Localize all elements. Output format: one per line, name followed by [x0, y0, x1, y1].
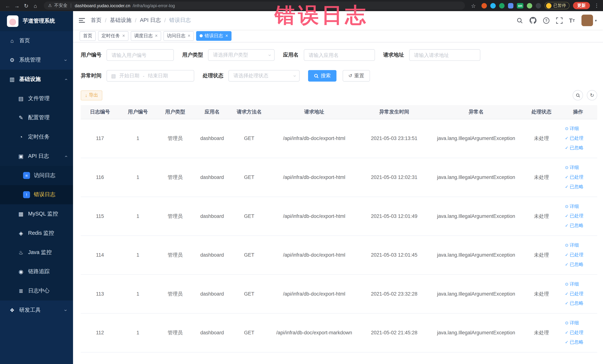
mark-processed-link[interactable]: ✓ 已处理: [565, 250, 583, 259]
date-range-picker[interactable]: ▧ 开始日期 - 结束日期: [107, 70, 194, 82]
table-row: 113 1 管理员 dashboard GET /api/infra/db-do…: [81, 274, 597, 313]
logo-image: [7, 15, 18, 27]
github-icon[interactable]: [529, 17, 536, 24]
cell-exception-time: 2021-05-03 12:01:45: [360, 235, 428, 274]
sidebar-item-api-logs[interactable]: ▣ API 日志 ›: [0, 147, 73, 166]
cell-actions: ⊙ 详细 ✓ 已处理 ✓: [559, 274, 597, 313]
back-icon[interactable]: ←: [3, 2, 12, 9]
sidebar-item-infrastructure[interactable]: ▥ 基础设施 ›: [0, 70, 73, 89]
tab-access-log[interactable]: 访问日志 ×: [163, 31, 194, 41]
detail-link-label: 详细: [570, 163, 579, 172]
sidebar-item-file-mgmt[interactable]: ▤ 文件管理: [0, 89, 73, 108]
browser-menu-icon[interactable]: ⋮: [593, 3, 600, 9]
sidebar-item-access-log[interactable]: ≡ 访问日志: [0, 166, 73, 185]
home-menu-icon: ⌂: [9, 38, 15, 44]
cell-exception-name: java.lang.IllegalArgumentException: [428, 313, 524, 352]
detail-link[interactable]: ⊙ 详细: [565, 241, 579, 250]
reset-button[interactable]: ↺ 重置: [343, 70, 370, 82]
detail-link[interactable]: ⊙ 详细: [565, 163, 579, 172]
mark-ignored-link[interactable]: ✓ 已忽略: [565, 182, 583, 191]
sidebar-item-system-mgmt[interactable]: ⚙ 系统管理 ›: [0, 50, 73, 70]
paused-badge[interactable]: 已暂停: [545, 2, 570, 9]
cell-exception-time: 2021-05-02 21:45:28: [360, 313, 428, 352]
user-id-input[interactable]: [107, 49, 174, 61]
extension-icon-blue-drop[interactable]: [490, 3, 496, 8]
refresh-table-button[interactable]: ↻: [587, 90, 597, 101]
font-size-icon[interactable]: TT: [569, 17, 575, 23]
sidebar-item-redis-monitor[interactable]: ◈ Redis 监控: [0, 224, 73, 243]
bookmark-star-icon[interactable]: ☆: [469, 2, 478, 9]
user-type-select[interactable]: 请选择用户类型 ›: [208, 49, 275, 61]
help-icon[interactable]: ?: [543, 17, 549, 23]
mark-processed-link[interactable]: ✓ 已处理: [565, 328, 583, 337]
detail-link[interactable]: ⊙ 详细: [565, 318, 579, 328]
request-url-input[interactable]: [409, 49, 480, 61]
sidebar-item-label: 错误日志: [34, 191, 55, 198]
sidebar-item-mysql-monitor[interactable]: ▦ MySQL 监控: [0, 204, 73, 224]
extension-icon-puzzle[interactable]: [508, 3, 513, 8]
extension-icon-on-badge[interactable]: on: [517, 3, 523, 8]
app-name-input[interactable]: [304, 49, 375, 61]
sidebar-item-home[interactable]: ⌂ 首页: [0, 31, 73, 50]
mark-processed-link[interactable]: ✓ 已处理: [565, 289, 583, 298]
close-icon[interactable]: ×: [122, 34, 125, 38]
cell-user-id: 1: [119, 235, 156, 274]
mark-ignored-link[interactable]: ✓ 已忽略: [565, 143, 583, 153]
extension-icon-dark[interactable]: [536, 3, 541, 8]
column-header: 请求方法名: [231, 105, 268, 119]
extension-icon-orange[interactable]: [481, 3, 487, 8]
mark-ignored-link[interactable]: ✓ 已忽略: [565, 299, 583, 308]
ignored-link-label: 已忽略: [570, 182, 583, 191]
java-icon: ♨: [18, 249, 24, 256]
tab-home[interactable]: 首页: [80, 31, 96, 41]
mark-ignored-link[interactable]: ✓ 已忽略: [565, 260, 583, 269]
process-status-select[interactable]: 请选择处理状态 ›: [228, 70, 300, 82]
detail-link[interactable]: ⊙ 详细: [565, 280, 579, 289]
cell-request-url: /api/infra/db-doc/export-html: [268, 119, 360, 158]
extension-icon-green-circle[interactable]: [499, 3, 505, 8]
sidebar-toggle-icon[interactable]: [73, 18, 91, 23]
home-icon[interactable]: ⌂: [31, 2, 40, 9]
breadcrumb-api-log[interactable]: API 日志: [140, 17, 161, 24]
fullscreen-icon[interactable]: [556, 17, 562, 23]
mark-ignored-link[interactable]: ✓ 已忽略: [565, 221, 583, 230]
export-button[interactable]: ↓ 导出: [81, 90, 102, 100]
sidebar-item-dev-tools[interactable]: ❖ 研发工具 ›: [0, 301, 73, 320]
url-bar[interactable]: ⚠ 不安全 dashboard.yudao.iocoder.cn/infra/l…: [44, 1, 465, 10]
detail-link[interactable]: ⊙ 详细: [565, 202, 579, 211]
search-button[interactable]: 搜索: [308, 70, 337, 82]
toggle-search-button[interactable]: [573, 90, 583, 101]
sidebar-item-cron-jobs[interactable]: ◔ 定时任务: [0, 127, 73, 147]
breadcrumb-infrastructure[interactable]: 基础设施: [110, 17, 131, 24]
sidebar-logo[interactable]: 芋道管理系统: [0, 11, 73, 31]
sidebar-item-tracing[interactable]: ◉ 链路追踪: [0, 262, 73, 281]
search-icon[interactable]: [516, 17, 523, 23]
mark-processed-link[interactable]: ✓ 已处理: [565, 211, 583, 221]
processed-link-label: 已处理: [570, 173, 583, 182]
tab-cron-jobs[interactable]: 定时任务 ×: [98, 31, 128, 41]
chevron-up-icon: ›: [63, 78, 68, 80]
reload-icon[interactable]: ↻: [22, 2, 31, 9]
sidebar-item-java-monitor[interactable]: ♨ Java 监控: [0, 243, 73, 262]
close-icon[interactable]: ×: [188, 34, 190, 38]
sidebar-item-log-center[interactable]: ≣ 日志中心: [0, 281, 73, 301]
cell-exception-time: 2021-05-03 23:13:51: [360, 119, 428, 158]
sidebar-item-config-mgmt[interactable]: ✎ 配置管理: [0, 108, 73, 127]
forward-icon[interactable]: →: [12, 2, 22, 9]
close-icon[interactable]: ×: [155, 34, 158, 38]
browser-update-button[interactable]: 更新: [573, 2, 590, 9]
close-icon[interactable]: ×: [225, 34, 228, 38]
breadcrumb-home[interactable]: 首页: [91, 17, 102, 24]
mark-ignored-link[interactable]: ✓ 已忽略: [565, 338, 583, 347]
extension-icon-leaf[interactable]: [527, 3, 532, 8]
navbar-actions: ? TT ▾: [516, 15, 603, 26]
sidebar-item-error-log[interactable]: ! 错误日志: [0, 185, 73, 204]
tab-schedule-log[interactable]: 调度日志 ×: [131, 31, 161, 41]
mark-processed-link[interactable]: ✓ 已处理: [565, 173, 583, 182]
user-menu[interactable]: ▾: [581, 15, 597, 26]
mark-processed-link[interactable]: ✓ 已处理: [565, 134, 583, 143]
detail-link[interactable]: ⊙ 详细: [565, 124, 579, 133]
cell-user-type: 管理员: [156, 313, 194, 352]
tab-error-log[interactable]: 错误日志 ×: [196, 31, 232, 41]
check-icon: ✓: [565, 224, 568, 228]
